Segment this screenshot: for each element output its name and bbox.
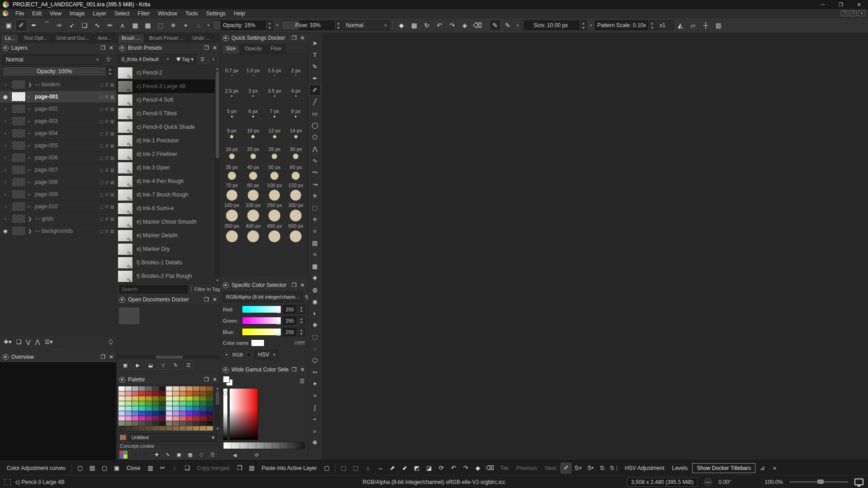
channel-spin-arrows[interactable]: ▲▼ xyxy=(298,316,305,325)
curve-pen-icon[interactable]: ⌒ xyxy=(41,19,52,31)
palette-colors-icon[interactable] xyxy=(119,450,127,459)
layer-opacity-slider[interactable]: Opacity: 100% xyxy=(3,66,106,76)
add-color-button[interactable]: ✚ xyxy=(152,450,161,459)
menu-window[interactable]: Window xyxy=(154,9,181,18)
tab-la-[interactable]: La... xyxy=(1,34,19,43)
brush-size-cell[interactable]: 40 px xyxy=(242,160,264,180)
visibility-off-icon[interactable]: ○ xyxy=(2,118,9,124)
layer-row[interactable]: ○⌐page-009◻α▦ xyxy=(0,188,116,201)
freehand-select-tool-icon[interactable]: ∾ xyxy=(309,366,321,378)
resize-width-icon[interactable]: ↔ xyxy=(375,463,386,474)
palette-swatch[interactable] xyxy=(166,386,172,391)
inherit-alpha-icon[interactable]: ▦ xyxy=(110,94,114,99)
menu-edit[interactable]: Edit xyxy=(28,9,46,18)
palette-lock-icon[interactable] xyxy=(119,377,125,383)
mdi-restore-button[interactable]: ❐ xyxy=(849,10,857,16)
palette-swatch[interactable] xyxy=(207,396,213,401)
palette-swatch[interactable] xyxy=(200,396,206,401)
text-tool-icon[interactable]: T xyxy=(309,49,321,61)
docker-menu-icon[interactable]: ☰ xyxy=(184,361,193,370)
palette-swatch[interactable] xyxy=(125,411,132,416)
palette-swatch[interactable] xyxy=(207,386,213,391)
inherit-alpha-icon[interactable]: ▦ xyxy=(110,143,114,148)
palette-swatch[interactable] xyxy=(200,386,206,391)
overview-lock-icon[interactable] xyxy=(3,354,9,360)
brush-size-cell[interactable]: 160 px xyxy=(221,202,242,221)
palette-swatch[interactable] xyxy=(139,421,145,426)
palette-swatch[interactable] xyxy=(207,406,213,411)
color-model-dropdown[interactable]: RGB/Alpha (8-bit integer/chann... xyxy=(223,292,302,302)
palette-swatch[interactable] xyxy=(132,406,138,411)
overview-preview[interactable] xyxy=(0,362,116,460)
brush-size-cell[interactable]: 35 px xyxy=(221,160,242,180)
layer-lock-icon[interactable]: ◻ xyxy=(99,180,103,185)
paste-new-icon[interactable]: ▢ xyxy=(321,463,332,474)
brush-size-cell[interactable]: 50 px xyxy=(264,160,285,180)
palette-swatch[interactable] xyxy=(207,426,213,431)
palette-swatch[interactable] xyxy=(139,386,145,391)
smoothing-stabilizer-icon[interactable]: S⋮ xyxy=(609,463,620,474)
color-sampler-tool-icon[interactable]: ✧ xyxy=(309,249,321,260)
redo-icon[interactable]: ↷ xyxy=(460,463,471,474)
palette-swatch[interactable] xyxy=(132,386,138,391)
specific-color-close-icon[interactable]: ✕ xyxy=(300,282,305,288)
brush-size-cell[interactable]: 7 px xyxy=(264,98,285,117)
inherit-alpha-icon[interactable]: ▦ xyxy=(110,216,114,221)
channel-slider-green[interactable] xyxy=(242,317,281,324)
tile-action[interactable]: Tile xyxy=(497,465,512,471)
delete-layer-button[interactable]: ⬯ xyxy=(109,338,113,346)
palette-swatch[interactable] xyxy=(179,416,186,421)
alpha-lock-icon[interactable]: α xyxy=(105,228,108,234)
multibrush-tool-icon[interactable]: ✳ xyxy=(309,190,321,202)
alpha-lock-icon[interactable]: α xyxy=(105,106,108,112)
visibility-off-icon[interactable]: ○ xyxy=(2,179,9,185)
mdi-close-button[interactable]: ✕ xyxy=(858,10,865,16)
line-tool-icon[interactable]: ╱ xyxy=(309,96,321,108)
palette-swatch[interactable] xyxy=(132,396,138,401)
ellipse-tool-icon[interactable]: ◯ xyxy=(309,120,321,131)
color-history-back-icon[interactable]: ◀ xyxy=(233,452,236,458)
brush-size-cell[interactable]: 25 px xyxy=(264,139,285,159)
open-documents-float-icon[interactable]: ❐ xyxy=(204,296,209,303)
brush-preset-row[interactable]: e) Marker Dry xyxy=(117,242,220,256)
add-layer-button[interactable]: ✚▾ xyxy=(4,338,11,345)
deselect-icon[interactable]: ◌ xyxy=(170,463,180,474)
pattern-scale-spinbox[interactable]: Pattern Scale: 0.10x xyxy=(595,20,648,30)
size-spin-arrows[interactable]: ▲▼ xyxy=(580,20,587,30)
mdi-minimize-button[interactable]: ❐ xyxy=(841,10,848,16)
brush-size-cell[interactable]: 80 px xyxy=(242,181,264,201)
freehand-brush-icon[interactable]: ✐ xyxy=(15,19,27,31)
selection-ellipse-icon[interactable]: ◌ xyxy=(193,19,204,31)
palette-swatch[interactable] xyxy=(139,396,145,401)
layer-lock-icon[interactable]: ◻ xyxy=(99,143,103,148)
palette-scrollbar[interactable]: ▲▼ xyxy=(215,386,220,431)
opacity-spinbox[interactable]: Opacity: 15% xyxy=(212,20,266,30)
palette-swatch[interactable] xyxy=(132,391,138,396)
close-action[interactable]: Close xyxy=(123,465,144,471)
hsv-dropdown[interactable]: HSV▾ xyxy=(255,350,278,359)
layer-lock-icon[interactable]: ◻ xyxy=(99,119,103,124)
palette-swatch[interactable] xyxy=(152,426,159,431)
inherit-alpha-icon[interactable]: ▦ xyxy=(110,192,114,197)
palette-swatch[interactable] xyxy=(179,391,186,396)
palette-name-dropdown[interactable]: Untitled▾ xyxy=(129,433,217,441)
palette-swatch[interactable] xyxy=(159,421,165,426)
levels-action[interactable]: Levels xyxy=(669,465,691,471)
palette-swatch[interactable] xyxy=(186,421,193,426)
preset-set-dropdown[interactable]: 0_Krita 4 Default▾ xyxy=(118,54,172,64)
play-icon[interactable]: ▶ xyxy=(133,361,143,370)
wide-gamut-float-icon[interactable]: ❐ xyxy=(292,366,297,373)
brush-search-input[interactable] xyxy=(119,285,188,293)
palette-current-swatch[interactable] xyxy=(119,434,127,441)
palette-swatch[interactable] xyxy=(159,386,165,391)
palette-swatch-slot-1[interactable] xyxy=(130,450,139,459)
brush-size-cell[interactable]: 9 px xyxy=(221,118,242,138)
brush-size-cell[interactable]: 2.5 px xyxy=(221,77,242,97)
palette-swatch[interactable] xyxy=(207,391,213,396)
bezier-select-tool-icon[interactable]: ʃ xyxy=(309,402,321,413)
brush-preset-row[interactable]: d) Ink-1 Precision xyxy=(117,134,220,147)
brush-size-cell[interactable]: 5 px xyxy=(221,98,242,117)
selection-rect-icon[interactable]: ⬚ xyxy=(155,19,166,31)
preset-menu-icon[interactable]: ☰ xyxy=(198,55,207,64)
eraser-mode-icon[interactable]: ◆ xyxy=(396,19,407,31)
